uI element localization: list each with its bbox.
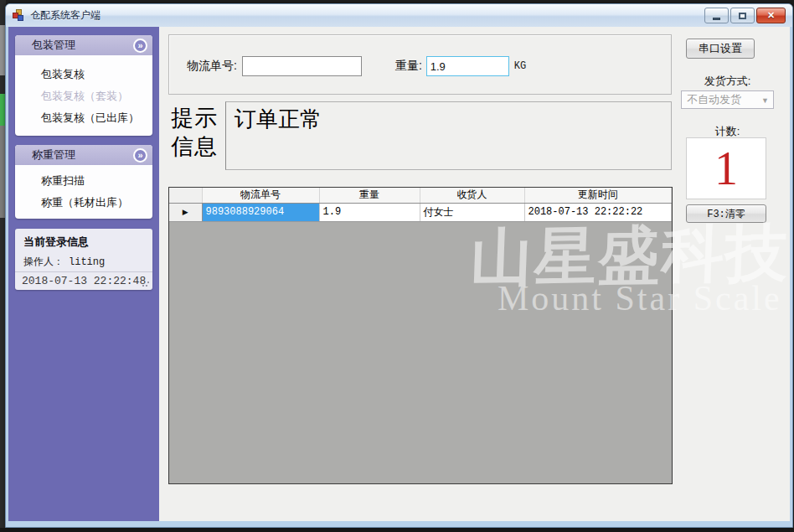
sidebar-item-package-recheck-set: 包装复核（套装） bbox=[15, 85, 152, 107]
sidebar-item-package-recheck[interactable]: 包装复核 bbox=[15, 64, 152, 85]
operator-value: liting bbox=[69, 256, 105, 268]
column-header-receiver[interactable]: 收货人 bbox=[420, 188, 524, 203]
chevron-expand-icon[interactable]: » bbox=[133, 148, 147, 163]
titlebar-buttons: ✕ bbox=[704, 8, 786, 23]
table-row[interactable]: ▶ 9893088929064 1.9 付女士 2018-07-13 22:22… bbox=[169, 203, 672, 221]
login-timestamp: 2018-07-13 22:22:48 bbox=[22, 275, 146, 287]
prompt-label-line1: 提示 bbox=[171, 104, 221, 132]
datagrid-header-row: 物流单号 重量 收货人 更新时间 bbox=[169, 188, 672, 203]
tracking-number-input[interactable] bbox=[242, 56, 362, 76]
nav-group-weighing: 称重管理 » 称重扫描 称重（耗材出库） bbox=[15, 145, 152, 219]
login-timestamp-row: 2018-07-13 22:22:48 bbox=[15, 271, 152, 290]
f3-clear-button[interactable]: F3:清零 bbox=[686, 204, 766, 223]
minimize-button[interactable] bbox=[704, 8, 729, 23]
ship-mode-value: 不自动发货 bbox=[687, 92, 741, 107]
sidebar-item-weigh-scan[interactable]: 称重扫描 bbox=[15, 170, 152, 192]
prompt-info-label: 提示 信息 bbox=[171, 104, 221, 161]
cell-receiver[interactable]: 付女士 bbox=[420, 203, 524, 221]
prompt-label-line2: 信息 bbox=[171, 132, 221, 161]
operator-row: 操作人：liting bbox=[15, 250, 152, 269]
maximize-button[interactable] bbox=[730, 8, 755, 23]
sidebar-item-weigh-consumable[interactable]: 称重（耗材出库） bbox=[15, 192, 152, 214]
nav-group-header-packaging[interactable]: 包装管理 » bbox=[15, 35, 152, 55]
column-header-weight[interactable]: 重量 bbox=[319, 188, 420, 203]
ship-mode-dropdown[interactable]: 不自动发货 ▼ bbox=[681, 90, 774, 109]
operator-label: 操作人： bbox=[23, 256, 64, 267]
nav-group-title: 包装管理 bbox=[32, 38, 133, 53]
window-title: 仓配系统客户端 bbox=[30, 8, 101, 23]
weight-unit-label: KG bbox=[514, 60, 526, 72]
resize-grip-icon bbox=[142, 279, 150, 287]
column-header-updated[interactable]: 更新时间 bbox=[524, 188, 672, 203]
count-display-box: 1 bbox=[686, 137, 766, 199]
cell-weight[interactable]: 1.9 bbox=[319, 203, 420, 221]
cell-updated-time[interactable]: 2018-07-13 22:22:22 bbox=[524, 203, 672, 221]
desktop-bottom-strip bbox=[0, 528, 794, 532]
ship-mode-label: 发货方式: bbox=[681, 74, 774, 89]
minimize-icon bbox=[713, 18, 720, 20]
chevron-down-icon: ▼ bbox=[761, 96, 769, 105]
column-header-tracking[interactable]: 物流单号 bbox=[202, 188, 319, 203]
tracking-number-label: 物流单号: bbox=[187, 59, 237, 74]
prompt-message-box: 订单正常 bbox=[225, 101, 672, 170]
weight-label: 重量: bbox=[395, 59, 422, 74]
scan-fieldbox: 物流单号: 重量: KG bbox=[168, 34, 672, 95]
maximize-icon bbox=[739, 13, 746, 19]
chevron-expand-icon[interactable]: » bbox=[133, 39, 147, 53]
app-window: 仓配系统客户端 ✕ 包装管理 » 包装复核 包装复核（套装 bbox=[5, 3, 793, 528]
app-icon bbox=[13, 9, 25, 22]
records-datagrid[interactable]: 物流单号 重量 收货人 更新时间 ▶ 9893088929064 1.9 付女士… bbox=[168, 187, 673, 484]
serial-port-settings-button[interactable]: 串口设置 bbox=[686, 39, 755, 59]
nav-group-body: 包装复核 包装复核（套装） 包装复核（已出库） bbox=[15, 55, 152, 136]
count-value: 1 bbox=[714, 145, 738, 192]
sidebar: 包装管理 » 包装复核 包装复核（套装） 包装复核（已出库） 称重管理 » 称重… bbox=[8, 27, 159, 521]
login-info-title: 当前登录信息 bbox=[15, 229, 152, 250]
nav-group-header-weighing[interactable]: 称重管理 » bbox=[15, 145, 152, 165]
prompt-message: 订单正常 bbox=[235, 106, 322, 132]
sidebar-item-package-recheck-shipped[interactable]: 包装复核（已出库） bbox=[15, 107, 152, 129]
desktop: { "window": { "title": "仓配系统客户端" }, "ico… bbox=[0, 0, 794, 532]
client-area: 包装管理 » 包装复核 包装复核（套装） 包装复核（已出库） 称重管理 » 称重… bbox=[8, 27, 790, 521]
nav-group-body: 称重扫描 称重（耗材出库） bbox=[15, 165, 152, 219]
nav-group-packaging: 包装管理 » 包装复核 包装复核（套装） 包装复核（已出库） bbox=[15, 35, 152, 136]
weight-input[interactable] bbox=[426, 56, 509, 76]
close-button[interactable]: ✕ bbox=[756, 8, 786, 23]
cell-tracking-number[interactable]: 9893088929064 bbox=[202, 203, 319, 221]
row-header-column bbox=[169, 188, 202, 203]
main-panel: 物流单号: 重量: KG 提示 信息 订单正常 物流单号 重 bbox=[159, 27, 790, 521]
row-marker-icon[interactable]: ▶ bbox=[169, 203, 202, 221]
nav-group-title: 称重管理 bbox=[32, 147, 133, 163]
login-info-panel: 当前登录信息 操作人：liting 2018-07-13 22:22:48 bbox=[15, 229, 152, 290]
close-icon: ✕ bbox=[767, 10, 775, 21]
titlebar[interactable]: 仓配系统客户端 ✕ bbox=[6, 4, 792, 27]
